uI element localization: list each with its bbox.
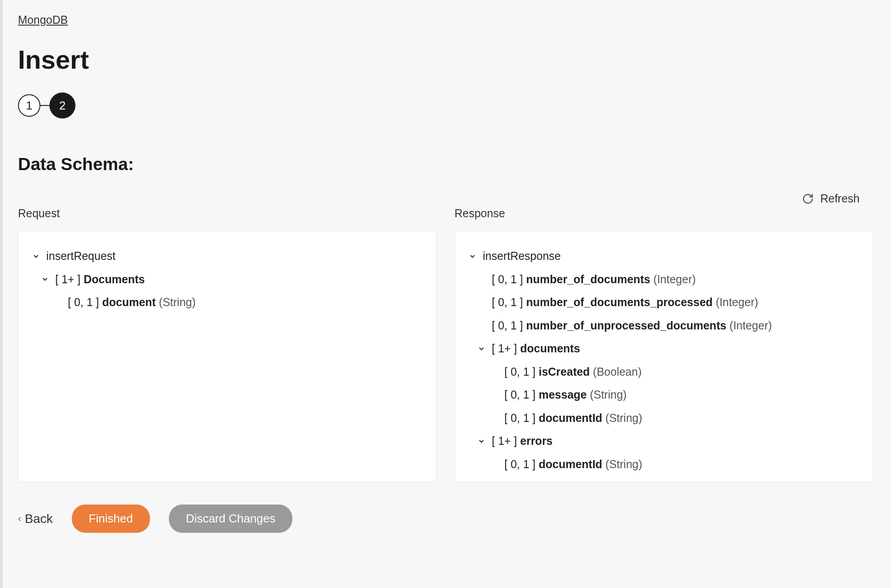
request-header: Request: [18, 207, 437, 220]
left-scrollbar-track: [0, 0, 3, 588]
node-label: [ 0, 1 ] document (String): [68, 292, 196, 313]
tree-node[interactable]: [ 0, 1 ] number_of_documents (Integer): [468, 268, 859, 291]
request-panel: insertRequest [ 1+ ] Documents [ 0, 1 ] …: [18, 231, 437, 482]
tree-node[interactable]: [ 0, 1 ] isCreated (Boolean): [468, 360, 859, 384]
tree-node-errors[interactable]: [ 1+ ] errors: [468, 430, 859, 453]
tree-node[interactable]: [ 0, 1 ] message (String): [468, 383, 859, 407]
tree-node[interactable]: [ 0, 1 ] number_of_documents_processed (…: [468, 291, 859, 314]
page-title: Insert: [18, 44, 873, 75]
tree-node-documents[interactable]: [ 1+ ] Documents: [32, 268, 423, 291]
node-label: [ 0, 1 ] documentId (String): [504, 408, 642, 429]
tree-node-document[interactable]: [ 0, 1 ] document (String): [32, 291, 423, 314]
tree-node-documents[interactable]: [ 1+ ] documents: [468, 337, 859, 360]
request-column: Request insertRequest [ 1+ ] Documents: [18, 207, 437, 482]
response-header: Response: [454, 207, 873, 220]
discard-button[interactable]: Discard Changes: [169, 505, 292, 533]
node-label: [ 0, 1 ] number_of_documents_processed (…: [492, 292, 758, 313]
refresh-icon[interactable]: [802, 193, 814, 205]
footer-actions: ‹ Back Finished Discard Changes: [18, 505, 873, 533]
node-label: insertResponse: [483, 246, 561, 267]
chevron-left-icon: ‹: [18, 513, 21, 525]
node-label: [ 0, 1 ] number_of_documents (Integer): [492, 269, 696, 290]
node-label: [ 1+ ] errors: [492, 430, 553, 452]
back-label: Back: [25, 512, 53, 526]
tree-node[interactable]: [ 0, 1 ] recordIndex (Integer): [468, 476, 859, 482]
refresh-button[interactable]: Refresh: [820, 192, 860, 205]
step-connector: [40, 105, 49, 106]
tree-node[interactable]: [ 0, 1 ] documentId (String): [468, 453, 859, 476]
step-2[interactable]: 2: [49, 92, 75, 118]
node-label: [ 0, 1 ] number_of_unprocessed_documents…: [492, 315, 772, 337]
chevron-down-icon[interactable]: [477, 437, 485, 445]
node-label: [ 0, 1 ] documentId (String): [504, 454, 642, 475]
node-label: [ 1+ ] documents: [492, 338, 580, 360]
chevron-down-icon[interactable]: [477, 345, 485, 353]
chevron-down-icon[interactable]: [32, 252, 40, 260]
tree-node-insertrequest[interactable]: insertRequest: [32, 245, 423, 268]
tree-node-insertresponse[interactable]: insertResponse: [468, 245, 859, 268]
stepper: 1 2: [18, 92, 873, 118]
section-title: Data Schema:: [18, 154, 873, 174]
breadcrumb-link[interactable]: MongoDB: [18, 13, 68, 26]
response-column: Response insertResponse [ 0, 1 ] number_…: [454, 207, 873, 482]
step-1[interactable]: 1: [18, 94, 40, 117]
back-button[interactable]: ‹ Back: [18, 512, 53, 526]
tree-node[interactable]: [ 0, 1 ] number_of_unprocessed_documents…: [468, 314, 859, 338]
response-panel: insertResponse [ 0, 1 ] number_of_docume…: [454, 231, 873, 482]
chevron-down-icon[interactable]: [41, 275, 49, 283]
node-label: [ 0, 1 ] recordIndex (Integer): [504, 477, 648, 482]
chevron-down-icon[interactable]: [468, 252, 476, 260]
node-label: insertRequest: [46, 246, 115, 267]
tree-node[interactable]: [ 0, 1 ] documentId (String): [468, 407, 859, 430]
finished-button[interactable]: Finished: [72, 505, 150, 533]
node-label: [ 1+ ] Documents: [55, 269, 145, 290]
node-label: [ 0, 1 ] message (String): [504, 384, 626, 406]
node-label: [ 0, 1 ] isCreated (Boolean): [504, 361, 642, 383]
